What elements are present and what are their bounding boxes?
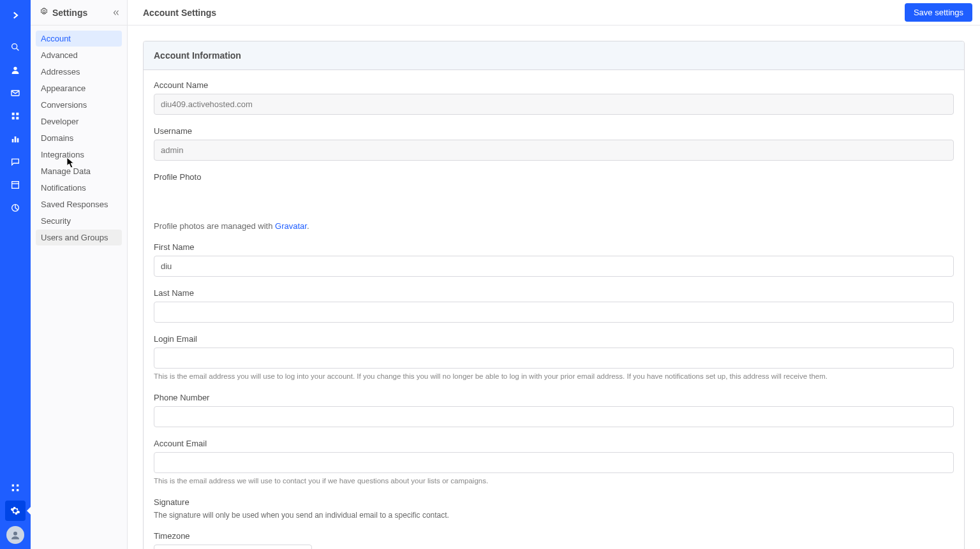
main: Account Settings Save settings Account I… (128, 0, 980, 549)
signature-sub: The signature will only be used when you… (154, 511, 954, 520)
nav-security[interactable]: Security (36, 213, 122, 229)
profile-photo-label: Profile Photo (154, 172, 954, 182)
phone-label: Phone Number (154, 393, 954, 402)
save-settings-button[interactable]: Save settings (905, 3, 972, 22)
svg-rect-5 (12, 117, 15, 119)
profile-photo-group: Profile Photo Profile photos are managed… (154, 172, 954, 231)
settings-nav: Account Advanced Addresses Appearance Co… (31, 26, 127, 251)
nav-developer[interactable]: Developer (36, 113, 122, 129)
login-email-group: Login Email This is the email address yo… (154, 334, 954, 381)
svg-point-1 (13, 67, 17, 70)
phone-input[interactable] (154, 406, 954, 427)
card-body: Account Name Username Profile Photo Prof… (144, 70, 964, 549)
nav-addresses[interactable]: Addresses (36, 64, 122, 80)
svg-point-0 (12, 44, 17, 49)
timezone-select[interactable] (154, 545, 312, 549)
timezone-group: Timezone (154, 531, 954, 549)
settings-title-text: Settings (52, 8, 87, 18)
nav-domains[interactable]: Domains (36, 130, 122, 146)
nav-users-and-groups[interactable]: Users and Groups (36, 230, 122, 245)
avatar[interactable] (6, 526, 24, 544)
card-title: Account Information (144, 41, 964, 70)
main-header: Account Settings Save settings (128, 0, 980, 26)
account-email-help: This is the email address we will use to… (154, 476, 954, 486)
contact-icon[interactable] (5, 60, 26, 80)
username-group: Username (154, 126, 954, 161)
conversations-icon[interactable] (5, 152, 26, 172)
first-name-input[interactable] (154, 256, 954, 277)
login-email-label: Login Email (154, 334, 954, 344)
first-name-group: First Name (154, 242, 954, 277)
svg-rect-8 (15, 136, 17, 142)
rail-bottom (0, 478, 31, 544)
profile-photo-caption-after: . (307, 221, 309, 231)
svg-rect-15 (17, 489, 19, 491)
svg-rect-4 (16, 113, 19, 115)
signature-label: Signature (154, 497, 954, 507)
profile-photo-caption: Profile photos are managed with Gravatar… (154, 221, 954, 231)
pie-icon[interactable] (5, 198, 26, 218)
main-body: Account Information Account Name Usernam… (128, 26, 980, 549)
account-email-input[interactable] (154, 452, 954, 473)
svg-rect-10 (12, 182, 19, 189)
nav-account[interactable]: Account (36, 31, 122, 47)
svg-rect-6 (16, 117, 19, 119)
rail-top (0, 5, 31, 221)
svg-rect-12 (12, 485, 14, 487)
icon-rail (0, 0, 31, 549)
search-icon[interactable] (5, 37, 26, 57)
svg-rect-9 (17, 138, 19, 143)
gravatar-link[interactable]: Gravatar (275, 221, 307, 231)
signature-group: Signature The signature will only be use… (154, 497, 954, 520)
account-name-group: Account Name (154, 80, 954, 115)
username-input[interactable] (154, 140, 954, 161)
phone-group: Phone Number (154, 393, 954, 427)
timezone-label: Timezone (154, 531, 954, 541)
account-email-label: Account Email (154, 439, 954, 448)
collapse-sidebar-button[interactable] (112, 8, 121, 17)
gear-icon (40, 7, 48, 18)
nav-saved-responses[interactable]: Saved Responses (36, 196, 122, 212)
last-name-label: Last Name (154, 288, 954, 298)
nav-notifications[interactable]: Notifications (36, 180, 122, 196)
svg-rect-3 (12, 113, 15, 115)
svg-point-17 (43, 10, 45, 13)
nav-manage-data[interactable]: Manage Data (36, 163, 122, 179)
page-title: Account Settings (143, 8, 216, 18)
nav-conversions[interactable]: Conversions (36, 97, 122, 113)
login-email-help: This is the email address you will use t… (154, 371, 954, 381)
svg-rect-7 (12, 139, 14, 142)
apps-icon[interactable] (5, 478, 26, 498)
last-name-group: Last Name (154, 288, 954, 323)
site-icon[interactable] (5, 175, 26, 195)
settings-sidebar: Settings Account Advanced Addresses Appe… (31, 0, 128, 549)
svg-point-16 (13, 532, 17, 536)
account-name-label: Account Name (154, 80, 954, 90)
account-email-group: Account Email This is the email address … (154, 439, 954, 486)
first-name-label: First Name (154, 242, 954, 252)
deals-icon[interactable] (5, 106, 26, 126)
timezone-select-wrap (154, 545, 312, 549)
account-information-card: Account Information Account Name Usernam… (143, 41, 965, 549)
reports-icon[interactable] (5, 129, 26, 149)
settings-sidebar-title: Settings (40, 7, 87, 18)
nav-appearance[interactable]: Appearance (36, 80, 122, 96)
nav-advanced[interactable]: Advanced (36, 47, 122, 63)
mail-icon[interactable] (5, 83, 26, 103)
login-email-input[interactable] (154, 348, 954, 369)
profile-photo-caption-before: Profile photos are managed with (154, 221, 275, 231)
last-name-input[interactable] (154, 302, 954, 323)
svg-rect-13 (17, 485, 19, 487)
settings-sidebar-header: Settings (31, 0, 127, 26)
username-label: Username (154, 126, 954, 136)
nav-integrations[interactable]: Integrations (36, 147, 122, 163)
svg-rect-14 (12, 489, 14, 491)
account-name-input[interactable] (154, 94, 954, 115)
settings-icon[interactable] (5, 501, 26, 521)
logo-icon[interactable] (5, 5, 26, 26)
